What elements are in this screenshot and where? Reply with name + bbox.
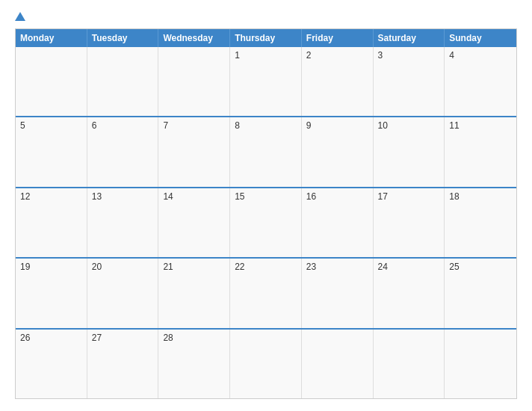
cal-cell: 19 [16,259,87,327]
cal-day-number: 2 [306,50,312,61]
cal-day-number: 28 [163,333,173,343]
cal-header-saturday: Saturday [374,29,445,47]
cal-cell: 28 [158,330,230,398]
cal-cell: 22 [230,259,302,327]
header [15,12,517,21]
cal-cell: 10 [374,117,445,186]
cal-cell: 25 [445,259,516,327]
cal-cell: 1 [230,47,302,116]
cal-week-2: 567891011 [16,116,516,186]
cal-day-number: 13 [92,191,102,202]
cal-day-number: 6 [92,120,97,131]
cal-cell: 11 [445,117,516,186]
cal-cell: 21 [158,259,230,327]
cal-week-3: 12131415161718 [16,187,516,257]
cal-day-number: 8 [235,120,240,131]
cal-week-5: 262728 [16,328,516,398]
cal-cell: 26 [16,330,87,398]
cal-cell [230,330,302,398]
cal-day-number: 1 [235,50,240,61]
calendar-header-row: MondayTuesdayWednesdayThursdayFridaySatu… [16,29,516,47]
cal-cell: 18 [445,188,516,257]
cal-cell: 13 [87,188,159,257]
cal-cell: 17 [374,188,445,257]
cal-day-number: 27 [92,333,102,343]
cal-day-number: 25 [449,262,459,272]
cal-day-number: 20 [92,262,102,272]
calendar-grid: MondayTuesdayWednesdayThursdayFridaySatu… [15,28,517,399]
cal-day-number: 18 [449,191,459,202]
cal-day-number: 11 [449,120,459,131]
cal-cell [302,330,374,398]
cal-cell: 8 [230,117,302,186]
cal-header-tuesday: Tuesday [87,29,159,47]
logo [15,12,28,21]
cal-cell: 4 [445,47,516,116]
cal-header-thursday: Thursday [230,29,302,47]
cal-cell [158,47,230,116]
cal-day-number: 21 [163,262,173,272]
cal-day-number: 22 [235,262,244,272]
cal-cell: 3 [374,47,445,116]
logo-triangle-icon [15,12,25,21]
cal-header-sunday: Sunday [445,29,516,47]
cal-day-number: 10 [378,120,388,131]
cal-day-number: 24 [378,262,388,272]
logo-blue-text [15,12,28,21]
cal-day-number: 12 [20,191,30,202]
cal-cell [16,47,87,116]
cal-day-number: 17 [378,191,388,202]
cal-day-number: 3 [378,50,383,61]
cal-day-number: 7 [163,120,168,131]
cal-day-number: 19 [20,262,30,272]
calendar-body: 1234567891011121314151617181920212223242… [16,47,516,398]
cal-cell [87,47,159,116]
cal-day-number: 23 [306,262,316,272]
cal-cell: 23 [302,259,374,327]
cal-header-monday: Monday [16,29,87,47]
cal-day-number: 16 [306,191,316,202]
cal-cell [445,330,516,398]
cal-day-number: 9 [306,120,312,131]
cal-day-number: 14 [163,191,173,202]
cal-cell: 24 [374,259,445,327]
cal-day-number: 4 [449,50,454,61]
cal-cell: 20 [87,259,159,327]
cal-day-number: 5 [20,120,25,131]
cal-cell: 15 [230,188,302,257]
cal-cell: 16 [302,188,374,257]
calendar-page: MondayTuesdayWednesdayThursdayFridaySatu… [0,0,532,411]
cal-cell: 2 [302,47,374,116]
cal-header-friday: Friday [302,29,374,47]
cal-header-wednesday: Wednesday [158,29,230,47]
cal-week-1: 1234 [16,47,516,116]
cal-week-4: 19202122232425 [16,257,516,327]
cal-cell: 27 [87,330,159,398]
cal-cell [374,330,445,398]
cal-cell: 5 [16,117,87,186]
cal-cell: 12 [16,188,87,257]
cal-day-number: 15 [235,191,244,202]
cal-day-number: 26 [20,333,30,343]
cal-cell: 6 [87,117,159,186]
cal-cell: 9 [302,117,374,186]
cal-cell: 7 [158,117,230,186]
cal-cell: 14 [158,188,230,257]
